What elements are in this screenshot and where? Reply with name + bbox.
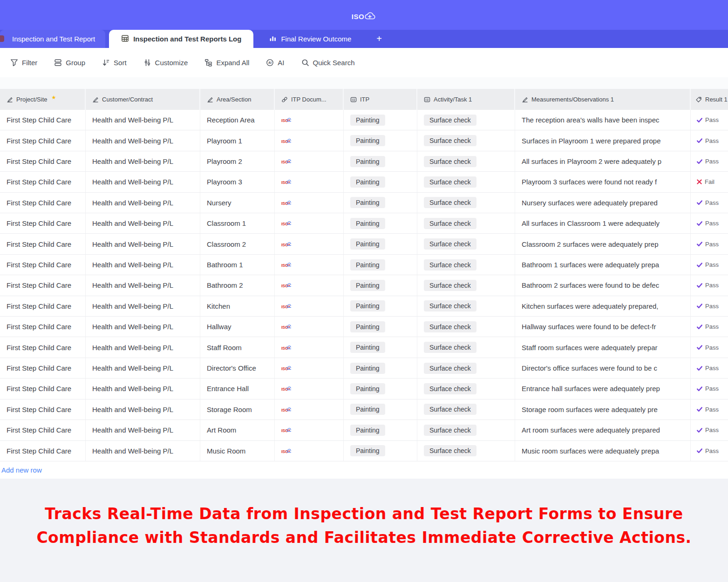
cell-project-site[interactable]: First Step Child Care xyxy=(0,379,86,399)
activity-option-badge[interactable]: Surface check xyxy=(424,156,476,167)
itp-option-badge[interactable]: Painting xyxy=(350,321,385,332)
itp-option-badge[interactable]: Painting xyxy=(350,197,385,208)
cell-activity-task[interactable]: Surface check xyxy=(417,110,515,130)
itp-document-link-icon[interactable]: ISO xyxy=(281,323,291,330)
cell-measurements[interactable]: Staff room surfaces were adequately prep… xyxy=(515,337,691,357)
activity-option-badge[interactable]: Surface check xyxy=(424,300,476,311)
cell-result[interactable]: Pass xyxy=(691,337,728,357)
cell-activity-task[interactable]: Surface check xyxy=(417,130,515,150)
cell-itp-document[interactable]: ISO xyxy=(275,379,344,399)
result-badge[interactable]: Pass xyxy=(696,323,719,330)
cell-result[interactable]: Pass xyxy=(691,358,728,378)
cell-measurements[interactable]: Playroom 3 surfaces were found not ready… xyxy=(515,172,691,192)
cell-itp-document[interactable]: ISO xyxy=(275,275,344,295)
cell-measurements[interactable]: Director's office surfaces were found to… xyxy=(515,358,691,378)
result-badge[interactable]: Pass xyxy=(696,137,719,144)
cell-itp-document[interactable]: ISO xyxy=(275,110,344,130)
itp-option-badge[interactable]: Painting xyxy=(350,218,385,229)
customize-button[interactable]: Customize xyxy=(143,59,188,67)
cell-project-site[interactable]: First Step Child Care xyxy=(0,130,86,150)
cell-project-site[interactable]: First Step Child Care xyxy=(0,255,86,275)
cell-measurements[interactable]: Kitchen surfaces were adequately prepare… xyxy=(515,296,691,316)
column-header-activity-task-1[interactable]: Activity/Task 1 xyxy=(417,89,515,110)
cell-measurements[interactable]: Bathroom 2 surfaces were found to be def… xyxy=(515,275,691,295)
cell-area-section[interactable]: Hallway xyxy=(200,317,275,337)
cell-project-site[interactable]: First Step Child Care xyxy=(0,193,86,213)
cell-result[interactable]: Pass xyxy=(691,379,728,399)
cell-customer-contract[interactable]: Health and Well-being P/L xyxy=(86,110,200,130)
activity-option-badge[interactable]: Surface check xyxy=(424,383,476,394)
activity-option-badge[interactable]: Surface check xyxy=(424,342,476,353)
itp-document-link-icon[interactable]: ISO xyxy=(281,261,291,268)
cell-measurements[interactable]: Art room surfaces were adequately prepar… xyxy=(515,420,691,440)
cell-activity-task[interactable]: Surface check xyxy=(417,213,515,233)
cell-result[interactable]: Pass xyxy=(691,255,728,275)
cell-itp[interactable]: Painting xyxy=(344,358,417,378)
cell-itp[interactable]: Painting xyxy=(344,337,417,357)
cell-measurements[interactable]: Music room surfaces were adequately prep… xyxy=(515,441,691,461)
cell-project-site[interactable]: First Step Child Care xyxy=(0,296,86,316)
itp-document-link-icon[interactable]: ISO xyxy=(281,241,291,248)
result-badge[interactable]: Pass xyxy=(696,199,719,206)
cell-measurements[interactable]: Nursery surfaces were adequately prepare… xyxy=(515,193,691,213)
cell-itp-document[interactable]: ISO xyxy=(275,255,344,275)
column-header-result-1[interactable]: Result 1 xyxy=(691,89,728,110)
itp-document-link-icon[interactable]: ISO xyxy=(281,199,291,206)
cell-itp[interactable]: Painting xyxy=(344,275,417,295)
cell-area-section[interactable]: Bathroom 2 xyxy=(200,275,275,295)
cell-itp-document[interactable]: ISO xyxy=(275,358,344,378)
itp-option-badge[interactable]: Painting xyxy=(350,300,385,311)
cell-itp[interactable]: Painting xyxy=(344,234,417,254)
activity-option-badge[interactable]: Surface check xyxy=(424,197,476,208)
result-badge[interactable]: Pass xyxy=(696,220,719,227)
cell-customer-contract[interactable]: Health and Well-being P/L xyxy=(86,337,200,357)
cell-area-section[interactable]: Playroom 1 xyxy=(200,130,275,150)
itp-option-badge[interactable]: Painting xyxy=(350,115,385,126)
result-badge[interactable]: Pass xyxy=(696,447,719,454)
itp-document-link-icon[interactable]: ISO xyxy=(281,385,291,392)
cell-customer-contract[interactable]: Health and Well-being P/L xyxy=(86,420,200,440)
itp-option-badge[interactable]: Painting xyxy=(350,445,385,456)
itp-document-link-icon[interactable]: ISO xyxy=(281,282,291,289)
add-new-row-button[interactable]: Add new row xyxy=(0,461,728,479)
column-header-project-site[interactable]: Project/Site ★ xyxy=(0,89,86,110)
itp-option-badge[interactable]: Painting xyxy=(350,363,385,374)
result-badge[interactable]: Pass xyxy=(696,261,719,268)
expand-all-button[interactable]: Expand All xyxy=(204,59,249,67)
cell-area-section[interactable]: Classroom 1 xyxy=(200,213,275,233)
cell-itp-document[interactable]: ISO xyxy=(275,234,344,254)
cell-customer-contract[interactable]: Health and Well-being P/L xyxy=(86,399,200,420)
cell-project-site[interactable]: First Step Child Care xyxy=(0,234,86,254)
activity-option-badge[interactable]: Surface check xyxy=(424,425,476,436)
cell-result[interactable]: Pass xyxy=(691,296,728,316)
cell-activity-task[interactable]: Surface check xyxy=(417,275,515,295)
cell-customer-contract[interactable]: Health and Well-being P/L xyxy=(86,151,200,171)
itp-option-badge[interactable]: Painting xyxy=(350,404,385,415)
cell-area-section[interactable]: Storage Room xyxy=(200,399,275,420)
cell-itp-document[interactable]: ISO xyxy=(275,296,344,316)
cell-area-section[interactable]: Music Room xyxy=(200,441,275,461)
cell-activity-task[interactable]: Surface check xyxy=(417,337,515,357)
cell-project-site[interactable]: First Step Child Care xyxy=(0,213,86,233)
cell-activity-task[interactable]: Surface check xyxy=(417,255,515,275)
cell-itp[interactable]: Painting xyxy=(344,441,417,461)
cell-measurements[interactable]: The reception area's walls have been ins… xyxy=(515,110,691,130)
cell-customer-contract[interactable]: Health and Well-being P/L xyxy=(86,193,200,213)
cell-area-section[interactable]: Art Room xyxy=(200,420,275,440)
cell-project-site[interactable]: First Step Child Care xyxy=(0,399,86,420)
add-tab-button[interactable]: + xyxy=(368,30,390,48)
cell-activity-task[interactable]: Surface check xyxy=(417,420,515,440)
column-header-customer-contract[interactable]: Customer/Contract xyxy=(86,89,200,110)
activity-option-badge[interactable]: Surface check xyxy=(424,176,476,188)
cell-result[interactable]: Pass xyxy=(691,130,728,150)
cell-customer-contract[interactable]: Health and Well-being P/L xyxy=(86,255,200,275)
itp-document-link-icon[interactable]: ISO xyxy=(281,303,291,310)
result-badge[interactable]: Pass xyxy=(696,116,719,123)
itp-option-badge[interactable]: Painting xyxy=(350,280,385,291)
activity-option-badge[interactable]: Surface check xyxy=(424,115,476,126)
cell-customer-contract[interactable]: Health and Well-being P/L xyxy=(86,172,200,192)
cell-project-site[interactable]: First Step Child Care xyxy=(0,337,86,357)
cell-result[interactable]: Pass xyxy=(691,110,728,130)
cell-project-site[interactable]: First Step Child Care xyxy=(0,420,86,440)
itp-document-link-icon[interactable]: ISO xyxy=(281,447,291,454)
